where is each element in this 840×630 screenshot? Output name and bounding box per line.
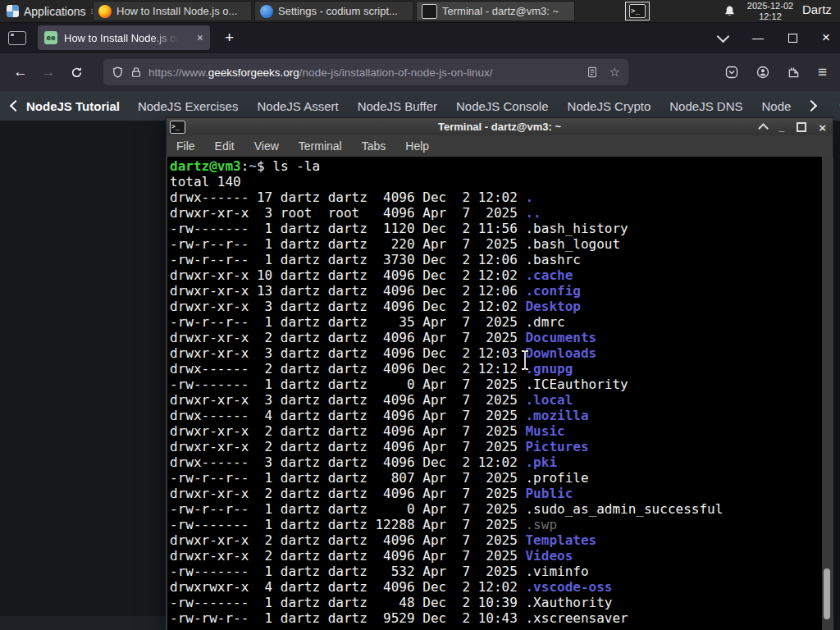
terminal-output-line: drwxr-xr-x 2 dartz dartz 4096 Apr 7 2025… — [170, 330, 819, 345]
back-button[interactable]: ← — [8, 60, 33, 84]
terminal-output-line: -rw-rw-r-- 1 dartz dartz 9529 Dec 2 10:4… — [170, 610, 819, 626]
file-name: Public — [525, 486, 573, 501]
terminal-window: >_ Terminal - dartz@vm3: ~ _ × FileEditV… — [166, 117, 833, 630]
window-app-icon — [260, 5, 273, 18]
account-icon[interactable] — [756, 66, 769, 79]
file-name: .pki — [525, 454, 557, 470]
forward-button[interactable]: → — [36, 60, 61, 84]
applications-icon — [7, 5, 19, 17]
terminal-shade-button[interactable] — [758, 123, 769, 134]
pocket-save-icon[interactable] — [725, 66, 738, 79]
terminal-menu-item[interactable]: Tabs — [362, 139, 386, 153]
terminal-close-button[interactable]: × — [819, 121, 826, 135]
panel-clock[interactable]: 2025-12-02 12:12 — [743, 1, 797, 21]
file-name: .viminfo — [525, 564, 588, 579]
hamburger-menu-icon[interactable]: ≡ — [818, 63, 827, 81]
terminal-output-line: drwx------ 17 dartz dartz 4096 Dec 2 12:… — [170, 189, 819, 205]
subnav-link[interactable]: NodeJS Assert — [257, 99, 338, 113]
terminal-output-line: drwxr-xr-x 3 dartz dartz 4096 Dec 2 12:0… — [170, 299, 819, 314]
terminal-prompt-line: dartz@vm3:~$ ls -la — [170, 158, 819, 174]
file-name: .bash_logout — [525, 236, 620, 252]
tab-bar: ee How to Install Node.js on × + — × — [0, 22, 840, 53]
geeksforgeeks-favicon-icon: ee — [44, 31, 57, 44]
file-name: . — [525, 189, 533, 205]
file-name: Music — [525, 423, 564, 439]
applications-button[interactable]: Applications ≡ — [0, 0, 103, 22]
window-app-icon — [98, 5, 112, 18]
terminal-minimize-button[interactable]: _ — [779, 121, 785, 133]
file-name: .Xauthority — [525, 595, 612, 610]
terminal-output-line: -rw-r--r-- 1 dartz dartz 0 Apr 7 2025 .s… — [170, 501, 819, 517]
firefox-view-icon[interactable] — [8, 31, 26, 45]
browser-tab-active[interactable]: ee How to Install Node.js on × — [38, 25, 210, 50]
subnav-link[interactable]: NodeJS Crypto — [568, 99, 651, 113]
xfce-panel: Applications ≡ How to Install Node.js o.… — [0, 0, 840, 23]
subnav-link[interactable]: NodeJS DNS — [669, 99, 742, 113]
terminal-title-bar[interactable]: >_ Terminal - dartz@vm3: ~ _ × — [166, 117, 833, 135]
file-name: .sudo_as_admin_successful — [525, 501, 723, 517]
window-app-icon — [422, 4, 437, 19]
file-name: .. — [525, 205, 541, 221]
terminal-output-line: drwxrwxr-x 4 dartz dartz 4096 Dec 2 12:0… — [170, 579, 819, 595]
window-maximize-button[interactable] — [788, 34, 797, 43]
terminal-output-line: -rw------- 1 dartz dartz 12288 Apr 7 202… — [170, 517, 819, 532]
file-name: .bashrc — [525, 252, 580, 267]
nodejs-tutorial-back-link[interactable]: NodeJS Tutorial — [11, 99, 120, 113]
window-close-button[interactable]: × — [822, 30, 830, 46]
terminal-menu-item[interactable]: Edit — [215, 139, 235, 153]
reload-button[interactable] — [64, 60, 89, 84]
notification-bell-icon[interactable] — [724, 5, 736, 17]
file-name: .profile — [525, 470, 588, 486]
terminal-output-line: drwx------ 2 dartz dartz 4096 Dec 2 12:1… — [170, 361, 819, 377]
window-minimize-button[interactable]: — — [752, 31, 764, 44]
terminal-output-line: -rw-r--r-- 1 dartz dartz 3730 Dec 2 12:0… — [170, 252, 819, 267]
file-name: .config — [525, 283, 580, 299]
nodejs-tutorial-label: NodeJS Tutorial — [26, 99, 120, 113]
taskbar-window-button[interactable]: Terminal - dartz@vm3: ~ — [416, 1, 575, 21]
file-name: Videos — [525, 548, 573, 564]
subnav-link[interactable]: NodeJS Console — [456, 99, 549, 113]
terminal-file-listing: drwx------ 17 dartz dartz 4096 Dec 2 12:… — [170, 189, 819, 626]
mouse-ibeam-cursor — [519, 349, 531, 371]
terminal-output-line: -rw------- 1 dartz dartz 532 Apr 7 2025 … — [170, 564, 819, 579]
tracking-protection-shield-icon[interactable] — [112, 66, 124, 79]
navigation-toolbar: ← → https://www.geeksforgeeks.org/node-j… — [0, 53, 840, 91]
tab-close-icon[interactable]: × — [197, 32, 203, 43]
window-taskbar: How to Install Node.js o... Settings - c… — [93, 1, 575, 21]
subnav-overflow[interactable] — [809, 102, 815, 110]
terminal-output-line: -rw-r--r-- 1 dartz dartz 220 Apr 7 2025 … — [170, 236, 819, 252]
user-menu[interactable]: Dartz — [802, 2, 832, 16]
extensions-icon[interactable] — [788, 66, 800, 79]
lock-icon[interactable] — [130, 66, 142, 78]
reader-view-icon[interactable] — [587, 66, 598, 78]
file-name: Desktop — [525, 299, 580, 314]
subnav-links: NodeJS ExercisesNodeJS AssertNodeJS Buff… — [138, 99, 791, 113]
terminal-output-line: drwxr-xr-x 2 dartz dartz 4096 Apr 7 2025… — [170, 548, 819, 564]
subnav-link[interactable]: Node — [761, 99, 791, 113]
taskbar-window-button[interactable]: Settings - codium script... — [254, 1, 413, 21]
terminal-scrollbar[interactable] — [822, 157, 832, 630]
taskbar-window-button[interactable]: How to Install Node.js o... — [93, 1, 252, 21]
terminal-menu-item[interactable]: View — [254, 139, 279, 153]
url-text: https://www.geeksforgeeks.org/node-js/in… — [148, 66, 580, 79]
terminal-output-line: drwxr-xr-x 2 dartz dartz 4096 Apr 7 2025… — [170, 486, 819, 501]
url-bar[interactable]: https://www.geeksforgeeks.org/node-js/in… — [103, 59, 628, 85]
terminal-maximize-button[interactable] — [797, 122, 806, 132]
subnav-link[interactable]: NodeJS Buffer — [358, 99, 437, 113]
list-all-tabs-chevron-icon[interactable] — [717, 30, 730, 43]
terminal-menu-item[interactable]: Terminal — [299, 139, 342, 153]
terminal-output-line: drwxr-xr-x 3 dartz dartz 4096 Apr 7 2025… — [170, 392, 819, 408]
new-tab-button[interactable]: + — [225, 29, 234, 47]
geeksforgeeks-subnav: NodeJS Tutorial NodeJS ExercisesNodeJS A… — [0, 91, 840, 121]
terminal-output-area[interactable]: dartz@vm3:~$ ls -la total 140 drwx------… — [166, 157, 833, 630]
terminal-menu-item[interactable]: Help — [405, 139, 429, 153]
terminal-icon: >_ — [629, 4, 646, 18]
file-name: .dmrc — [525, 314, 564, 330]
bookmark-star-icon[interactable]: ☆ — [609, 65, 620, 80]
terminal-scrollbar-thumb[interactable] — [824, 568, 830, 619]
chevron-left-icon — [10, 100, 21, 112]
subnav-link[interactable]: NodeJS Exercises — [138, 99, 239, 113]
file-name: .ICEauthority — [525, 377, 628, 392]
terminal-menu-item[interactable]: File — [176, 139, 195, 153]
tray-terminal-icon[interactable]: >_ — [625, 2, 650, 21]
